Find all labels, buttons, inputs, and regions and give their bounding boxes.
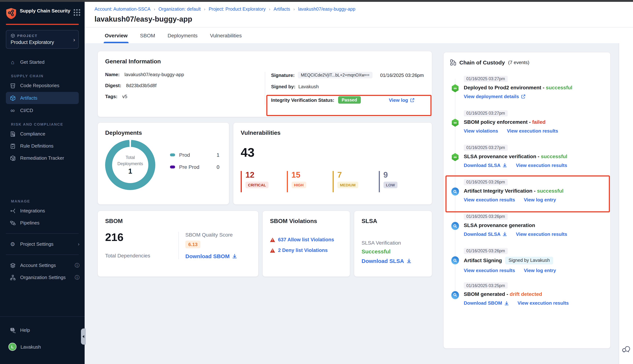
sbom-violations-card: SBOM Violations 637 Allow list Violation…	[262, 210, 350, 277]
sidebar-item-integrations[interactable]: Integrations	[0, 205, 84, 217]
breadcrumb-current[interactable]: lavakush07/easy-buggy-app	[298, 6, 355, 12]
stat-count: 12	[246, 171, 287, 179]
digest-label: Digest:	[105, 83, 121, 88]
signed-by-badge: Signed by Lavakush	[505, 256, 553, 264]
download-sbom-link[interactable]: Download SBOM	[185, 253, 251, 259]
chevron-right-icon	[294, 7, 295, 11]
event-timestamp: 01/16/2025 03:26pm	[464, 179, 508, 185]
coc-event-artifact-integrity: 01/16/2025 03:26pm Artifact Integrity Ve…	[450, 178, 604, 204]
signature-value[interactable]: MEQCICde2VjIT...bL+2+mqnOXw==	[298, 72, 372, 78]
view-log-entry-link[interactable]: View log entry	[524, 197, 556, 202]
severity-badge: HIGH	[292, 182, 306, 188]
page-header: Account: Automation-SSCA Organization: d…	[84, 2, 633, 43]
document-search-icon	[10, 131, 16, 137]
sidebar-item-code-repositories[interactable]: Code Repositories	[0, 80, 84, 92]
deployments-card: Deployments Total Deployments 1 Prod 1	[98, 122, 229, 205]
sidebar-item-project-settings[interactable]: ⚙ Project Settings ›	[0, 238, 84, 250]
sidebar-item-artifacts[interactable]: Artifacts	[6, 92, 79, 104]
tab-deployments[interactable]: Deployments	[168, 28, 198, 43]
app-switcher-icon[interactable]	[74, 9, 80, 16]
breadcrumb-organization[interactable]: Organization: default	[158, 6, 201, 12]
digest-row: Digest: 8d23bd3b5d8f	[105, 83, 265, 88]
clipboard-check-icon	[10, 143, 16, 149]
sidebar-item-label: Remediation Tracker	[20, 155, 64, 161]
coc-event-sbom-generated: 01/16/2025 03:25pm SBOM generated - drif…	[450, 282, 604, 308]
sbom-total-label: Total Dependencies	[105, 253, 178, 258]
download-slsa-link[interactable]: Download SLSA	[362, 258, 424, 264]
legend-item-prod: Prod 1	[170, 152, 222, 158]
tab-sbom[interactable]: SBOM	[140, 28, 155, 43]
view-log-link[interactable]: View log	[389, 97, 414, 103]
breadcrumb-account[interactable]: Account: Automation-SSCA	[94, 6, 150, 12]
breadcrumb-artifacts[interactable]: Artifacts	[274, 6, 290, 12]
user-menu[interactable]: L Lavakush	[0, 340, 84, 354]
download-icon	[503, 163, 507, 167]
general-information-card: General Information Name: lavakush07/eas…	[98, 51, 432, 117]
home-icon: ⌂	[10, 60, 16, 64]
view-execution-results-link[interactable]: View execution results	[516, 231, 567, 237]
event-timestamp: 01/16/2025 03:25pm	[464, 282, 508, 288]
sidebar-item-rule-definitions[interactable]: Rule Definitions	[0, 140, 84, 152]
stat-critical: 12 CRITICAL	[241, 171, 287, 192]
org-chart-icon	[10, 274, 16, 280]
chain-of-custody-header: Chain of Custody (7 events)	[450, 59, 604, 66]
view-log-entry-link[interactable]: View log entry	[524, 268, 556, 273]
remediation-box-icon	[10, 155, 16, 161]
project-selector[interactable]: PROJECT Product Exploratory	[6, 30, 79, 49]
sidebar-item-cicd[interactable]: ∞ CI/CD	[0, 104, 84, 116]
event-timeline: 01/16/2025 03:27pm ∞ Deployed to Prod2 e…	[450, 75, 604, 308]
quality-score-label: SBOM Quality Score	[185, 232, 251, 238]
view-execution-results-link[interactable]: View execution results	[464, 197, 515, 202]
view-execution-results-link[interactable]: View execution results	[507, 128, 558, 134]
download-slsa-link[interactable]: Download SLSA	[464, 162, 507, 168]
avatar: L	[8, 343, 16, 351]
card-title: SBOM	[105, 218, 251, 224]
tags-row: Tags: v5	[105, 94, 265, 99]
integrations-icon	[10, 208, 16, 214]
tab-bar: Overview SBOM Deployments Vulnerabilitie…	[105, 28, 242, 43]
right-edge-panel	[619, 43, 633, 364]
view-execution-results-link[interactable]: View execution results	[464, 268, 515, 273]
slsa-status: Successful	[362, 248, 424, 254]
view-violations-link[interactable]: View violations	[464, 128, 498, 134]
sidebar-item-compliance[interactable]: Compliance	[0, 128, 84, 140]
sidebar-item-account-settings[interactable]: Account Settings ⓘ	[0, 259, 84, 271]
legend-value: 1	[216, 152, 220, 158]
sidebar-item-remediation-tracker[interactable]: Remediation Tracker	[0, 152, 84, 164]
tab-overview[interactable]: Overview	[105, 28, 128, 43]
sidebar-divider	[6, 254, 79, 255]
deny-list-violations-link[interactable]: 2 Deny list Violations	[270, 248, 342, 253]
sidebar-collapse-handle[interactable]	[81, 328, 86, 344]
slsa-card: SLSA SLSA Verification Successful Downlo…	[354, 210, 432, 277]
digest-value: 8d23bd3b5d8f	[126, 83, 156, 88]
shield-logo-icon	[6, 8, 16, 20]
sbom-total: 216	[105, 232, 178, 243]
event-title: Artifact Integrity Verification	[464, 188, 532, 194]
allow-list-violations-link[interactable]: 637 Allow list Violations	[270, 237, 342, 242]
section-supply-chain: SUPPLY CHAIN	[11, 74, 79, 78]
event-timestamp: 01/16/2025 03:27pm	[464, 110, 508, 116]
sidebar-item-help[interactable]: ? Help	[0, 324, 84, 336]
tab-vulnerabilities[interactable]: Vulnerabilities	[210, 28, 242, 43]
view-execution-results-link[interactable]: View execution results	[516, 162, 567, 168]
severity-badge: LOW	[383, 182, 398, 188]
chain-of-custody-panel: Chain of Custody (7 events) 01/16/2025 0…	[443, 52, 611, 348]
donut-label: Deployments	[118, 160, 143, 166]
view-execution-results-link[interactable]: View execution results	[518, 300, 569, 306]
quality-score-badge: 6.13	[185, 240, 200, 248]
download-sbom-link[interactable]: Download SBOM	[464, 300, 509, 306]
download-slsa-link[interactable]: Download SLSA	[464, 231, 507, 237]
coc-event-artifact-signing: 01/16/2025 03:26pm Artifact Signing Sign…	[450, 247, 604, 273]
sidebar-item-pipelines[interactable]: Pipelines	[0, 217, 84, 229]
breadcrumb-project[interactable]: Project: Product Exploratory	[208, 6, 266, 12]
app-logo-row: Supply Chain Security	[0, 2, 84, 20]
sidebar-item-organization-settings[interactable]: Organization Settings ⓘ	[0, 271, 84, 284]
card-title: Vulnerabilities	[241, 130, 424, 136]
event-title: SLSA provenance generation	[464, 222, 535, 228]
app-root: Supply Chain Security PROJECT Product Ex…	[0, 0, 633, 364]
sidebar-item-get-started[interactable]: ⌂ Get Started	[0, 56, 84, 68]
chat-support-icon[interactable]	[622, 344, 630, 353]
view-deployment-details-link[interactable]: View deployment details	[464, 94, 525, 99]
infinity-icon: ∞	[10, 108, 16, 112]
sidebar-item-label: Help	[20, 328, 30, 333]
